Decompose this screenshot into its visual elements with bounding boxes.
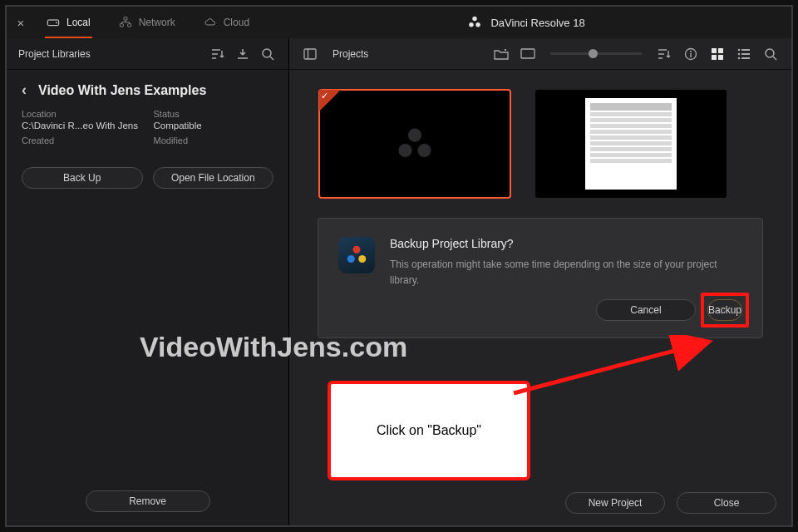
close-button[interactable]: Close xyxy=(677,492,776,514)
svg-rect-20 xyxy=(741,49,750,51)
svg-rect-9 xyxy=(304,49,316,59)
svg-point-28 xyxy=(417,144,431,157)
backup-library-button[interactable]: Back Up xyxy=(22,167,143,189)
meta-modified-key: Modified xyxy=(154,135,274,145)
svg-point-23 xyxy=(738,57,741,59)
backup-dialog: Backup Project Library? This operation m… xyxy=(318,218,763,338)
tab-cloud[interactable]: Cloud xyxy=(194,7,259,38)
hdd-icon xyxy=(47,17,60,28)
search-projects-icon[interactable] xyxy=(761,45,780,63)
tab-network-label: Network xyxy=(139,17,175,28)
svg-point-30 xyxy=(347,255,355,263)
svg-rect-2 xyxy=(124,17,127,20)
svg-point-29 xyxy=(353,246,361,254)
project-thumbnails xyxy=(289,70,791,218)
svg-point-6 xyxy=(470,22,474,27)
dialog-message: This operation might take some time depe… xyxy=(390,257,742,288)
svg-rect-4 xyxy=(127,24,131,27)
meta-created-key: Created xyxy=(22,135,142,145)
close-window-icon[interactable]: × xyxy=(13,16,28,30)
dialog-button-row: Cancel Backup xyxy=(338,299,742,321)
right-header: Projects xyxy=(289,38,791,70)
search-icon[interactable] xyxy=(259,45,277,63)
new-folder-icon[interactable] xyxy=(492,45,510,63)
screen-icon[interactable] xyxy=(519,45,537,63)
meta-location-value: C:\Davinci R...eo With Jens xyxy=(22,121,142,131)
svg-rect-3 xyxy=(120,24,123,27)
svg-point-19 xyxy=(738,48,741,51)
library-name: Video With Jens Examples xyxy=(38,83,206,98)
library-title-row: ‹ Video With Jens Examples xyxy=(7,70,288,106)
sort-icon[interactable] xyxy=(209,45,227,63)
project-thumb-1[interactable] xyxy=(319,90,510,198)
info-icon[interactable] xyxy=(682,45,700,63)
meta-location-key: Location xyxy=(22,109,142,119)
svg-rect-15 xyxy=(712,48,717,53)
svg-rect-16 xyxy=(718,48,723,53)
document-preview-icon xyxy=(585,98,677,190)
projects-label: Projects xyxy=(332,48,484,60)
svg-rect-11 xyxy=(521,49,534,58)
svg-point-21 xyxy=(738,52,741,55)
right-footer: New Project Close xyxy=(289,480,791,525)
svg-point-25 xyxy=(766,49,774,57)
svg-point-26 xyxy=(408,129,421,142)
tab-cloud-label: Cloud xyxy=(224,17,249,28)
back-chevron-icon[interactable]: ‹ xyxy=(18,81,30,99)
project-thumb-2[interactable] xyxy=(535,90,727,198)
svg-rect-18 xyxy=(718,55,723,60)
app-title: DaVinci Resolve 18 xyxy=(490,17,584,29)
dialog-title: Backup Project Library? xyxy=(390,237,742,250)
davinci-logo-icon xyxy=(467,15,482,30)
tab-local[interactable]: Local xyxy=(37,7,101,38)
library-action-row: Back Up Open File Location xyxy=(7,159,288,202)
left-panel: Project Libraries ‹ Video With Jens Exam… xyxy=(7,38,289,525)
cloud-icon xyxy=(204,17,217,28)
cancel-button[interactable]: Cancel xyxy=(596,299,696,321)
grid-view-icon[interactable] xyxy=(708,45,727,63)
library-meta: Location C:\Davinci R...eo With Jens Sta… xyxy=(7,106,288,159)
tab-network[interactable]: Network xyxy=(109,7,185,38)
svg-rect-22 xyxy=(741,53,750,55)
svg-point-31 xyxy=(358,255,366,263)
dialog-app-icon xyxy=(338,237,375,273)
sort-projects-icon[interactable] xyxy=(655,45,673,63)
svg-point-13 xyxy=(690,51,692,52)
right-panel: Projects xyxy=(289,38,791,525)
backup-button[interactable]: Backup xyxy=(707,299,742,321)
svg-rect-24 xyxy=(741,57,750,59)
project-libraries-label: Project Libraries xyxy=(18,48,202,60)
tab-local-label: Local xyxy=(66,17,91,28)
left-header: Project Libraries xyxy=(7,38,288,70)
network-icon xyxy=(119,17,132,28)
sidebar-toggle-icon[interactable] xyxy=(301,45,319,63)
svg-point-5 xyxy=(473,17,477,21)
meta-status-value: Compatible xyxy=(154,121,274,131)
app-title-area: DaVinci Resolve 18 xyxy=(268,15,785,30)
new-project-button[interactable]: New Project xyxy=(565,492,665,514)
svg-rect-14 xyxy=(690,53,691,57)
selected-checkmark-icon xyxy=(319,90,341,111)
davinci-placeholder-icon xyxy=(396,125,434,163)
list-view-icon[interactable] xyxy=(735,45,753,63)
thumbnail-size-slider[interactable] xyxy=(550,52,642,55)
svg-rect-17 xyxy=(712,55,717,60)
meta-status-key: Status xyxy=(154,109,274,119)
top-tabstrip: × Local Network Cloud DaVinci Resolve 18 xyxy=(7,7,791,38)
svg-point-7 xyxy=(476,22,480,27)
svg-point-8 xyxy=(263,49,271,57)
svg-point-1 xyxy=(56,22,57,23)
import-icon[interactable] xyxy=(234,45,252,63)
svg-point-27 xyxy=(398,144,411,157)
left-footer: Remove xyxy=(7,477,288,525)
open-file-location-button[interactable]: Open File Location xyxy=(153,167,274,189)
remove-button[interactable]: Remove xyxy=(86,490,210,512)
